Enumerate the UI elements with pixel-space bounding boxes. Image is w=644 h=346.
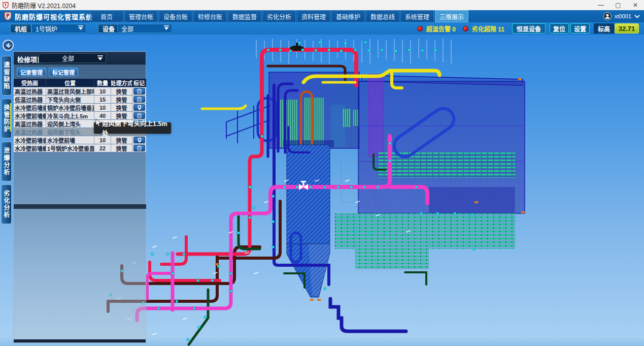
qty-cell: 15 — [94, 96, 111, 104]
panel-button-记录管理[interactable]: 记录管理 — [17, 68, 46, 76]
maximize-button[interactable]: ▢ — [609, 0, 627, 10]
degrade-alarm: 劣化超限 11 — [463, 22, 504, 35]
pin-icon[interactable] — [133, 104, 145, 111]
side-tab-换管防护[interactable]: 换管防护 — [1, 99, 12, 138]
surface-cell: 低温过热器 — [14, 96, 46, 104]
window-shield-icon — [3, 2, 9, 9]
trash-icon[interactable] — [133, 88, 145, 95]
trash-icon[interactable] — [133, 96, 145, 103]
column-header-标记: 标记 — [132, 79, 146, 87]
device-selector[interactable]: 全部 — [117, 24, 172, 33]
nav-tab-资料管理[interactable]: 资料管理 — [297, 10, 330, 22]
elevation-label: 标高 — [594, 23, 614, 34]
nav-tab-基础维护[interactable]: 基础维护 — [331, 10, 365, 22]
column-header-数量: 数量 — [94, 79, 111, 87]
overtemp-alarm: 超温告警 0 — [417, 22, 456, 35]
nav-tab-设备台账[interactable]: 设备台账 — [159, 10, 192, 22]
nav-tab-三维展示[interactable]: 三维展示 — [435, 10, 468, 22]
repair-panel: 检修项目 全部 记录管理标记管理 受热面位置数量处理方式标记高温过热器高温过背风… — [13, 51, 146, 343]
device-selector-label: 设备 — [98, 24, 119, 33]
position-cell: 冷灰斗向上1.5m — [46, 112, 94, 120]
surface-cell: 水冷壁前墙螺旋煅 — [14, 144, 46, 152]
window-title: 防磨防爆 V2.2021.0204 — [12, 1, 76, 10]
filter-dropdown-icon — [163, 25, 170, 32]
side-tab-劣化分析[interactable]: 劣化分析 — [1, 184, 12, 224]
position-cell: 下弯头向火侧 — [46, 96, 94, 104]
toolbar-button-设置[interactable]: 设置 — [570, 23, 590, 34]
app-title: 防磨防爆可视化管理系统 — [15, 12, 93, 21]
qty-cell: 10 — [94, 87, 111, 96]
app-logo-shield-icon — [4, 12, 12, 21]
mark-cell — [132, 96, 146, 104]
close-button[interactable]: ✕ — [627, 0, 644, 10]
surface-cell: 高温过热器 — [14, 120, 46, 128]
elevation-value: 32.71 — [615, 23, 639, 34]
toolbar-button-复位[interactable]: 复位 — [550, 23, 569, 34]
username: xt0001 — [615, 13, 631, 19]
tube-bundle-green — [303, 98, 324, 147]
position-cell: 高温过背风侧上部吹灰器 — [46, 87, 94, 96]
repair-panel-header: 检修项目 全部 — [14, 52, 146, 65]
nav-tab-系统管理[interactable]: 系统管理 — [400, 10, 434, 22]
toolbar-button-恒显设备[interactable]: 恒显设备 — [512, 23, 546, 34]
panel-button-标记管理[interactable]: 标记管理 — [49, 68, 78, 76]
table-row[interactable]: 水冷壁后墙垂直段锅炉水冷壁后墙垂直段左10换管 — [14, 104, 146, 112]
mouse-cursor-icon — [95, 118, 102, 127]
active-tab-stripe — [10, 103, 11, 132]
surface-cell: 水冷壁后墙垂直段 — [14, 104, 46, 112]
application-window: 防磨防爆 V2.2021.0204 — ▢ ✕ 防磨防爆可视化管理系统 首页管理… — [0, 0, 644, 346]
position-cell: 1号锅炉水冷壁垂直段5米 — [46, 144, 94, 152]
table-row[interactable]: 水冷壁前墙螺旋煅1号锅炉水冷壁垂直段5米22换管 — [14, 144, 146, 152]
method-cell: 换管 — [111, 144, 132, 152]
minimize-button[interactable]: — — [592, 0, 609, 10]
backpass-section — [335, 74, 525, 269]
app-header: 防磨防爆可视化管理系统 首页管理台帐设备台账检修台账数据监督劣化分析资料管理基础… — [0, 10, 644, 22]
back-button[interactable] — [3, 40, 14, 51]
degrade-count: 11 — [498, 26, 504, 33]
position-cell: 迎风侧下弯头 — [46, 128, 94, 136]
tube-bank-teal — [335, 213, 515, 249]
side-tab-遗留缺陷[interactable]: 遗留缺陷 — [1, 56, 12, 96]
unit-selector-label: 机组 — [10, 24, 31, 33]
mark-cell — [132, 144, 146, 152]
column-header-处理方式: 处理方式 — [111, 79, 132, 87]
window-titlebar: 防磨防爆 V2.2021.0204 — ▢ ✕ — [0, 0, 644, 10]
qty-cell: 22 — [94, 144, 111, 152]
column-header-受热面: 受热面 — [14, 79, 46, 87]
tube-bank-teal — [355, 249, 429, 269]
unit-selector[interactable]: 1号锅炉 — [31, 24, 86, 33]
purple-column — [368, 74, 384, 156]
nav-tab-首页[interactable]: 首页 — [90, 10, 123, 22]
nav-tab-劣化分析[interactable]: 劣化分析 — [262, 10, 296, 22]
toolbar: 机组 1号锅炉 设备 全部 超温告警 0 劣化超限 11 恒显设备复位设置 标高… — [0, 22, 644, 35]
chevron-down-icon — [634, 15, 640, 18]
filter-dropdown-icon — [97, 54, 104, 63]
user-box[interactable]: xt0001 — [603, 10, 640, 22]
trash-icon[interactable] — [133, 145, 145, 151]
mark-cell — [132, 104, 146, 112]
nav-tabs: 首页管理台帐设备台账检修台账数据监督劣化分析资料管理基础维护数据总线系统管理三维… — [90, 10, 469, 22]
project-filter-dropdown[interactable]: 全部 — [39, 53, 106, 63]
nav-tab-检修台账[interactable]: 检修台账 — [193, 10, 227, 22]
method-cell: 换管 — [111, 87, 132, 96]
back-arrow-icon — [5, 43, 12, 48]
position-cell: 锅炉水冷壁后墙垂直段左 — [46, 104, 94, 112]
panel-footer — [14, 339, 146, 342]
table-row[interactable]: 低温过热器下弯头向火侧15换管 — [14, 96, 146, 104]
overtemp-alarm-icon — [417, 26, 423, 32]
unit-selector-value: 1号锅炉 — [36, 24, 57, 33]
nav-tab-管理台帐[interactable]: 管理台帐 — [124, 10, 158, 22]
degrade-alarm-icon — [463, 26, 468, 32]
nav-tab-数据总线[interactable]: 数据总线 — [366, 10, 399, 22]
overtemp-count: 0 — [452, 26, 456, 33]
user-avatar — [603, 12, 612, 20]
surface-cell: 高温过热器 — [14, 87, 46, 96]
position-tooltip: 迎风侧下弯头向上1.5m处 — [94, 122, 171, 134]
nav-tab-数据监督[interactable]: 数据监督 — [228, 10, 261, 22]
side-tab-泄爆分析[interactable]: 泄爆分析 — [1, 142, 12, 181]
column-header-位置: 位置 — [46, 79, 94, 87]
filter-dropdown-icon — [78, 25, 84, 32]
qty-cell: 10 — [94, 104, 111, 112]
table-row[interactable]: 高温过热器高温过背风侧上部吹灰器10换管 — [14, 87, 146, 96]
device-selector-value: 全部 — [121, 24, 133, 33]
